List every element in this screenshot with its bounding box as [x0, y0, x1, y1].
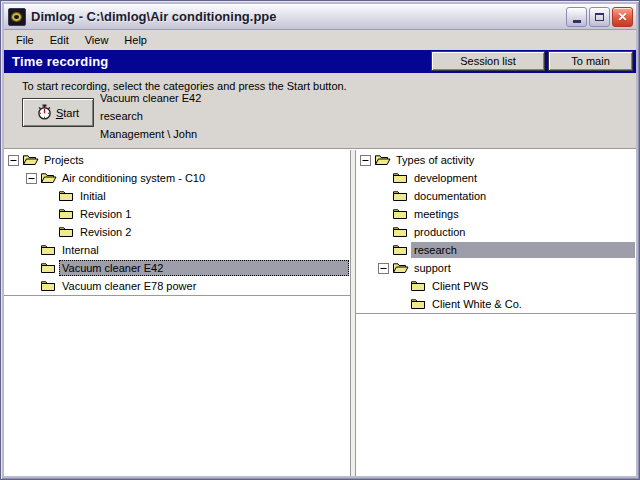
window-title: Dimlog - C:\dimlog\Air conditioning.ppe [31, 9, 566, 24]
folder-closed-icon [392, 207, 409, 221]
tree-item-label[interactable]: support [411, 260, 454, 276]
expander-spacer [26, 243, 40, 257]
tree-item-production[interactable]: production [356, 223, 636, 241]
expander-spacer [44, 189, 58, 203]
folder-closed-icon [58, 225, 75, 239]
expander-spacer [396, 297, 410, 311]
menu-bar: File Edit View Help [4, 30, 636, 50]
tree-item-revision-2[interactable]: Revision 2 [4, 223, 350, 241]
tree-item-label[interactable]: Client PWS [429, 278, 491, 294]
expander-spacer [44, 207, 58, 221]
selected-activity: research [100, 107, 201, 125]
folder-open-icon [40, 171, 57, 185]
projects-tree: ProjectsAir conditioning system - C10Ini… [4, 149, 350, 296]
tree-item-label[interactable]: documentation [411, 188, 489, 204]
tree-item-internal[interactable]: Internal [4, 241, 350, 259]
projects-panel: ProjectsAir conditioning system - C10Ini… [4, 149, 351, 476]
folder-closed-icon [392, 243, 409, 257]
tree-item-types-of-activity[interactable]: Types of activity [356, 151, 636, 169]
folder-closed-icon [392, 189, 409, 203]
expander-spacer [378, 189, 392, 203]
tree-item-vacuum-cleaner-e78-power[interactable]: Vacuum cleaner E78 power [4, 277, 350, 295]
selection-summary: Vacuum cleaner E42 research Management \… [100, 89, 201, 143]
expander-spacer [26, 279, 40, 293]
tree-item-label[interactable]: research [411, 242, 635, 258]
maximize-icon [595, 13, 604, 21]
tree-item-vacuum-cleaner-e42[interactable]: Vacuum cleaner E42 [4, 259, 350, 277]
folder-closed-icon [392, 225, 409, 239]
folder-closed-icon [410, 279, 427, 293]
tree-item-development[interactable]: development [356, 169, 636, 187]
tree-item-initial[interactable]: Initial [4, 187, 350, 205]
tree-item-label[interactable]: Revision 2 [77, 224, 134, 240]
selected-person: Management \ John [100, 125, 201, 143]
tree-item-revision-1[interactable]: Revision 1 [4, 205, 350, 223]
expander-spacer [378, 171, 392, 185]
title-bar: Dimlog - C:\dimlog\Air conditioning.ppe … [4, 4, 636, 30]
tree-item-documentation[interactable]: documentation [356, 187, 636, 205]
tree-item-label[interactable]: Initial [77, 188, 109, 204]
tree-item-label[interactable]: Internal [59, 242, 102, 258]
folder-closed-icon [58, 189, 75, 203]
tree-item-label[interactable]: Revision 1 [77, 206, 134, 222]
expander-spacer [26, 261, 40, 275]
collapse-minus-icon[interactable] [360, 153, 374, 167]
session-list-button[interactable]: Session list [431, 51, 545, 71]
tree-item-research[interactable]: research [356, 241, 636, 259]
collapse-minus-icon[interactable] [378, 261, 392, 275]
tree-item-meetings[interactable]: meetings [356, 205, 636, 223]
tree-item-air-conditioning-system-c10[interactable]: Air conditioning system - C10 [4, 169, 350, 187]
folder-closed-icon [392, 171, 409, 185]
tree-item-label[interactable]: Vacuum cleaner E78 power [59, 278, 199, 294]
app-icon [8, 8, 26, 26]
collapse-minus-icon[interactable] [8, 153, 22, 167]
minimize-icon [573, 20, 581, 23]
tree-item-projects[interactable]: Projects [4, 151, 350, 169]
expander-spacer [44, 225, 58, 239]
tree-item-label[interactable]: meetings [411, 206, 462, 222]
maximize-button[interactable] [589, 7, 610, 27]
selected-project: Vacuum cleaner E42 [100, 89, 201, 107]
tree-item-label[interactable]: development [411, 170, 480, 186]
folder-closed-icon [40, 279, 57, 293]
tree-item-label[interactable]: Projects [41, 152, 87, 168]
expander-spacer [378, 243, 392, 257]
tree-item-label[interactable]: Types of activity [393, 152, 477, 168]
close-icon: ✕ [617, 10, 627, 24]
tree-item-label[interactable]: Client White & Co. [429, 296, 525, 312]
menu-file[interactable]: File [8, 32, 42, 49]
expander-spacer [378, 225, 392, 239]
app-window: Dimlog - C:\dimlog\Air conditioning.ppe … [0, 0, 640, 480]
folder-open-icon [22, 153, 39, 167]
folder-closed-icon [58, 207, 75, 221]
tree-item-support[interactable]: support [356, 259, 636, 277]
recording-setup-panel: To start recording, select the categorie… [4, 73, 636, 149]
folder-open-icon [374, 153, 391, 167]
menu-help[interactable]: Help [116, 32, 155, 49]
activities-tree: Types of activitydevelopmentdocumentatio… [356, 149, 636, 314]
folder-closed-icon [40, 243, 57, 257]
page-title: Time recording [4, 54, 108, 69]
to-main-button[interactable]: To main [548, 51, 633, 71]
minimize-button[interactable] [566, 7, 587, 27]
tree-item-client-pws[interactable]: Client PWS [356, 277, 636, 295]
tree-item-client-white-co[interactable]: Client White & Co. [356, 295, 636, 313]
folder-closed-icon [410, 297, 427, 311]
menu-view[interactable]: View [77, 32, 117, 49]
category-panels: ProjectsAir conditioning system - C10Ini… [4, 149, 636, 476]
start-button-label: Start [56, 107, 79, 119]
stopwatch-icon [37, 104, 52, 122]
section-header: Time recording Session list To main [4, 50, 636, 73]
activities-panel: Types of activitydevelopmentdocumentatio… [355, 149, 636, 476]
tree-item-label[interactable]: production [411, 224, 468, 240]
menu-edit[interactable]: Edit [42, 32, 77, 49]
start-button[interactable]: Start [22, 98, 94, 127]
expander-spacer [396, 279, 410, 293]
collapse-minus-icon[interactable] [26, 171, 40, 185]
tree-item-label[interactable]: Vacuum cleaner E42 [59, 260, 349, 276]
close-button[interactable]: ✕ [612, 7, 633, 27]
folder-open-icon [392, 261, 409, 275]
expander-spacer [378, 207, 392, 221]
folder-closed-icon [40, 261, 57, 275]
tree-item-label[interactable]: Air conditioning system - C10 [59, 170, 208, 186]
